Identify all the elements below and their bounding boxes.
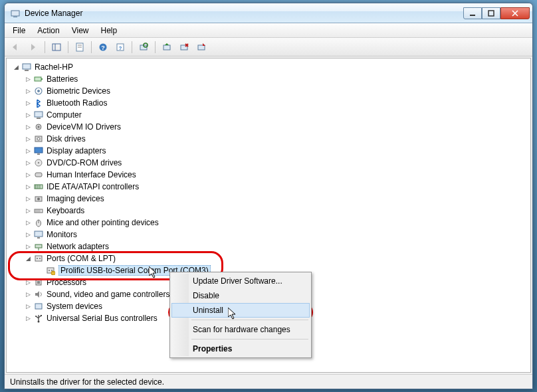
menu-action[interactable]: Action bbox=[32, 25, 64, 37]
cm-scan[interactable]: Scan for hardware changes bbox=[171, 322, 310, 337]
computer-icon bbox=[21, 62, 32, 72]
expand-icon[interactable]: ▷ bbox=[24, 195, 32, 203]
cm-properties[interactable]: Properties bbox=[171, 342, 310, 356]
context-menu-separator bbox=[191, 320, 308, 320]
menu-view[interactable]: View bbox=[66, 25, 94, 37]
tree-node-label: Monitors bbox=[47, 230, 77, 239]
show-hide-console-button[interactable] bbox=[49, 40, 64, 54]
expand-icon[interactable]: ▷ bbox=[24, 231, 32, 239]
close-button[interactable] bbox=[500, 7, 530, 19]
device-icon bbox=[33, 86, 44, 96]
cm-uninstall[interactable]: Uninstall bbox=[171, 303, 310, 318]
tree-node[interactable]: ▷Computer bbox=[24, 109, 528, 121]
tree-node[interactable]: ▷Monitors bbox=[24, 229, 528, 241]
svg-point-69 bbox=[35, 316, 37, 317]
expand-icon[interactable]: ▷ bbox=[24, 171, 32, 179]
svg-rect-19 bbox=[198, 45, 205, 50]
tree-node-label: Bluetooth Radios bbox=[47, 98, 107, 108]
svg-rect-64 bbox=[35, 304, 42, 309]
expand-icon[interactable]: ▷ bbox=[24, 159, 32, 167]
properties-button[interactable] bbox=[72, 40, 87, 54]
expand-icon[interactable]: ▷ bbox=[24, 135, 32, 143]
svg-rect-51 bbox=[37, 237, 40, 239]
tree-node[interactable]: ▷DeviceVM IO Drivers bbox=[24, 121, 528, 133]
tree-node[interactable]: ▷Bluetooth Radios bbox=[24, 97, 528, 109]
expand-icon[interactable]: ▷ bbox=[24, 290, 32, 298]
update-driver-button[interactable] bbox=[160, 40, 174, 54]
device-icon bbox=[33, 146, 44, 156]
uninstall-button[interactable] bbox=[177, 40, 191, 54]
svg-rect-54 bbox=[35, 256, 42, 261]
svg-rect-0 bbox=[11, 11, 19, 16]
tree-node-label: Sound, video and game controllers bbox=[47, 290, 169, 299]
expand-icon[interactable]: ▷ bbox=[24, 219, 32, 227]
expand-icon[interactable]: ▷ bbox=[24, 183, 32, 191]
expand-icon[interactable]: ▷ bbox=[24, 99, 32, 107]
tree-node[interactable]: ▷Batteries bbox=[24, 73, 528, 85]
tree-node-label: Keyboards bbox=[47, 206, 84, 215]
svg-point-55 bbox=[37, 258, 38, 259]
menu-help[interactable]: Help bbox=[96, 25, 123, 37]
expand-icon[interactable]: ▷ bbox=[24, 87, 32, 95]
help-button[interactable]: ? bbox=[96, 40, 110, 54]
tree-node-label: IDE ATA/ATAPI controllers bbox=[47, 182, 139, 191]
tree-node[interactable]: ▷Imaging devices bbox=[24, 193, 528, 205]
expand-icon[interactable]: ▷ bbox=[24, 314, 32, 322]
device-icon bbox=[33, 181, 44, 192]
device-icon bbox=[33, 157, 44, 168]
tree-node[interactable]: ▷Human Interface Devices bbox=[24, 169, 528, 181]
tree-node[interactable]: ▷Biometric Devices bbox=[24, 85, 528, 97]
expand-icon[interactable]: ▷ bbox=[24, 243, 32, 250]
expand-icon[interactable]: ◢ bbox=[24, 254, 32, 262]
tree-node[interactable]: ▷Network adapters bbox=[24, 241, 528, 252]
cm-update-driver[interactable]: Update Driver Software... bbox=[171, 274, 310, 288]
svg-rect-36 bbox=[35, 173, 42, 177]
scan-hardware-button[interactable] bbox=[136, 40, 151, 54]
tree-node[interactable]: ▷Disk drives bbox=[24, 133, 528, 145]
collapse-icon[interactable]: ◢ bbox=[12, 63, 20, 71]
tree-node-label: Human Interface Devices bbox=[47, 170, 136, 179]
disable-button[interactable] bbox=[194, 40, 209, 54]
tree-node-label: System devices bbox=[47, 302, 102, 311]
device-icon bbox=[33, 253, 44, 264]
device-manager-window: Device Manager File Action View Help ? ? bbox=[4, 3, 533, 389]
expand-icon[interactable]: ▷ bbox=[24, 75, 32, 83]
expand-icon[interactable]: ▷ bbox=[24, 207, 32, 215]
expand-icon[interactable]: ▷ bbox=[24, 123, 32, 131]
expand-icon[interactable]: ▷ bbox=[24, 302, 32, 310]
svg-rect-15 bbox=[163, 45, 170, 50]
forward-button[interactable] bbox=[26, 40, 41, 54]
tree-node[interactable]: ▷IDE ATA/ATAPI controllers bbox=[24, 181, 528, 193]
help-topic-button[interactable]: ? bbox=[113, 40, 128, 54]
device-icon bbox=[33, 241, 44, 252]
tree-node-label: DVD/CD-ROM drives bbox=[47, 158, 122, 167]
tree-node-label: Mice and other pointing devices bbox=[47, 218, 159, 227]
svg-rect-2 bbox=[470, 15, 475, 16]
context-menu-separator bbox=[191, 339, 308, 340]
expand-icon[interactable]: ▷ bbox=[24, 147, 32, 155]
svg-rect-3 bbox=[488, 11, 494, 16]
tree-node[interactable]: ▷Keyboards bbox=[24, 205, 528, 217]
toolbar-separator bbox=[68, 41, 68, 53]
tree-node[interactable]: ▷Mice and other pointing devices bbox=[24, 217, 528, 229]
cm-disable[interactable]: Disable bbox=[171, 288, 310, 303]
menu-file[interactable]: File bbox=[7, 25, 31, 37]
expand-icon[interactable]: ▷ bbox=[24, 278, 32, 286]
toolbar-separator bbox=[132, 41, 132, 53]
svg-rect-22 bbox=[35, 77, 41, 81]
device-icon bbox=[33, 277, 44, 288]
svg-rect-23 bbox=[41, 78, 43, 80]
back-button[interactable] bbox=[9, 40, 23, 54]
svg-rect-52 bbox=[35, 245, 42, 248]
toolbar-separator bbox=[91, 41, 92, 53]
minimize-button[interactable] bbox=[463, 7, 482, 19]
maximize-button[interactable] bbox=[482, 7, 500, 19]
tree-root[interactable]: ◢ Rachel-HP bbox=[12, 61, 528, 73]
titlebar: Device Manager bbox=[5, 3, 532, 23]
device-icon bbox=[33, 134, 44, 144]
toolbar-separator bbox=[45, 41, 45, 53]
tree-node[interactable]: ◢Ports (COM & LPT) bbox=[24, 252, 528, 264]
expand-icon[interactable]: ▷ bbox=[24, 111, 32, 119]
tree-node[interactable]: ▷Display adapters bbox=[24, 145, 528, 157]
tree-node[interactable]: ▷DVD/CD-ROM drives bbox=[24, 157, 528, 169]
